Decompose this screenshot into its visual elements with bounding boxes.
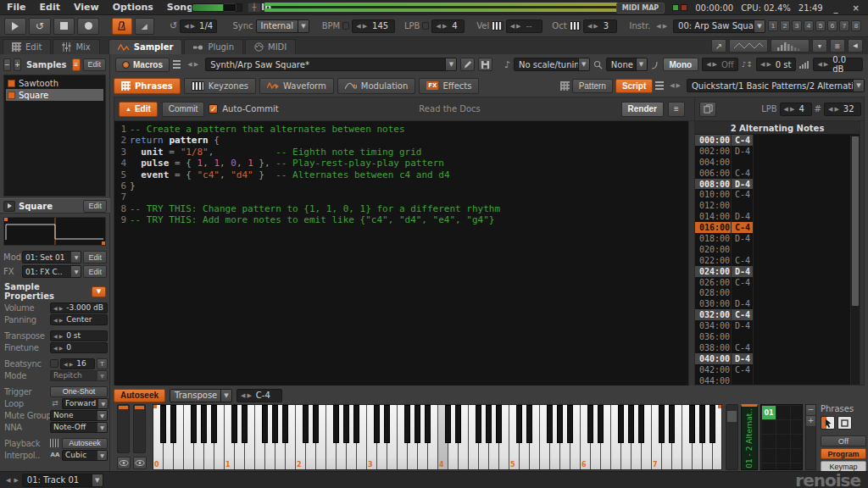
black-key[interactable]	[587, 405, 593, 443]
note-row[interactable]: 038:00C-4	[695, 342, 860, 353]
stepper-left-arrow[interactable]: ◀	[706, 61, 710, 68]
sample-edit-button[interactable]: Edit	[83, 200, 107, 213]
phrase-slot-grid[interactable]: 01	[760, 404, 803, 470]
sample-list-options-button[interactable]: ≡	[72, 58, 81, 71]
stepper-left-arrow[interactable]: ◀	[53, 317, 58, 323]
note-row[interactable]: 028:00	[695, 287, 860, 298]
stepper-left-arrow[interactable]: ◀	[241, 392, 245, 399]
loop-pattern-button[interactable]: ↺	[29, 18, 51, 35]
black-key[interactable]	[496, 405, 502, 443]
stepper-right-arrow[interactable]: ▶	[516, 23, 520, 30]
black-key[interactable]	[191, 405, 197, 443]
record-button[interactable]	[77, 18, 99, 35]
tab-keyzones[interactable]: Keyzones	[184, 78, 256, 94]
black-key[interactable]	[425, 405, 431, 443]
preset-slot-7[interactable]: 7	[839, 20, 849, 31]
note-row[interactable]: 030:00D-4	[695, 298, 860, 309]
sync-select[interactable]: Internal ▼	[256, 19, 309, 33]
phrase-script-button[interactable]: Script	[615, 79, 653, 93]
note-row[interactable]: 020:00	[695, 244, 860, 255]
note-row[interactable]: 032:00C-4	[695, 309, 860, 320]
black-key[interactable]	[211, 405, 217, 443]
octave-keyboard-icon[interactable]	[570, 21, 581, 30]
note-row[interactable]: 026:00C-4	[695, 277, 860, 288]
block-loop-icon[interactable]: ↺	[170, 20, 177, 31]
stepper-right-arrow[interactable]: ▶	[593, 23, 598, 30]
auto-commit-checkbox[interactable]: ✓	[209, 104, 218, 114]
macros-button[interactable]: Macros	[115, 58, 170, 72]
black-key[interactable]	[628, 405, 634, 443]
instrument-name-select[interactable]: Synth/Arp Saw Square* ▼	[205, 58, 457, 71]
note-row[interactable]: 012:00	[695, 200, 860, 211]
chevron-down-icon[interactable]: ▼	[754, 20, 765, 32]
black-key[interactable]	[669, 405, 675, 443]
black-key[interactable]	[445, 405, 451, 443]
black-key[interactable]	[709, 405, 715, 443]
tab-sampler[interactable]: Sampler	[108, 39, 183, 54]
black-key[interactable]	[201, 405, 207, 443]
stepper-left-arrow[interactable]: ◀	[587, 23, 592, 30]
note-row[interactable]: 042:00C-4	[695, 364, 860, 375]
menu-item-view[interactable]: View	[67, 2, 106, 13]
save-instrument-button[interactable]	[478, 58, 492, 71]
black-key[interactable]	[567, 405, 573, 443]
stepper-right-arrow[interactable]: ▶	[713, 61, 717, 68]
bpm-checkbox[interactable]	[342, 22, 349, 30]
black-key[interactable]	[353, 405, 359, 443]
read-the-docs-link[interactable]: Read the Docs	[419, 104, 480, 114]
stepper-right-arrow[interactable]: ▶	[191, 23, 195, 30]
stepper[interactable]: ◀▶Center	[50, 314, 108, 325]
minimize-button[interactable]: _	[831, 3, 842, 13]
loop-select[interactable]: Forward▼	[62, 398, 108, 409]
scroll-down-button[interactable]: +	[806, 416, 815, 427]
phrase-slot-01[interactable]: 01	[762, 406, 776, 419]
chevron-down-icon[interactable]: ▼	[445, 58, 456, 70]
stepper-left-arrow[interactable]: ◀	[187, 61, 192, 68]
remove-sample-button[interactable]: −	[3, 58, 11, 71]
stepper-left-arrow[interactable]: ◀	[436, 23, 440, 30]
chevron-down-icon[interactable]: ▼	[298, 20, 309, 32]
note-row[interactable]: 008:00D-4	[695, 179, 860, 190]
chevron-down-icon[interactable]: ▼	[578, 58, 589, 70]
black-key[interactable]	[282, 405, 288, 443]
tab-modulation[interactable]: Modulation	[337, 78, 416, 94]
preset-slot-4[interactable]: 4	[804, 20, 814, 31]
piano-keyboard[interactable]: 012345678	[153, 404, 722, 470]
instrument-stepper[interactable]: ◀▶	[653, 19, 670, 33]
note-row[interactable]: 018:00D-4	[695, 233, 860, 244]
metronome-button[interactable]	[112, 18, 132, 35]
master-volume-slider[interactable]	[192, 3, 242, 12]
stepper-right-arrow[interactable]: ▶	[59, 333, 64, 339]
lpb-checkbox[interactable]	[422, 22, 429, 30]
slider-handle[interactable]	[727, 411, 737, 422]
black-key[interactable]	[384, 405, 390, 443]
chevron-down-icon[interactable]: ▼	[71, 252, 81, 263]
stepper-right-arrow[interactable]: ▶	[363, 23, 367, 30]
view-toggle-button-2[interactable]	[133, 457, 147, 469]
tab-waveform[interactable]: Waveform	[259, 78, 334, 94]
menu-item-options[interactable]: Options	[106, 2, 160, 13]
midi-map-button[interactable]: MIDI MAP	[616, 3, 665, 14]
stepper-right-arrow[interactable]: ▶	[766, 61, 771, 68]
phrase-lines-stepper[interactable]: ◀▶ 32	[824, 103, 861, 116]
black-key[interactable]	[415, 405, 420, 443]
phrase-lpb-stepper[interactable]: ◀▶ 4	[780, 103, 812, 116]
pattern-follow-button[interactable]: ◢	[135, 18, 154, 35]
black-key[interactable]	[618, 405, 624, 443]
stepper-right-arrow[interactable]: ▶	[247, 392, 251, 399]
stepper-left-arrow[interactable]: ◀	[184, 23, 188, 30]
preset-slot-5[interactable]: 5	[815, 20, 826, 31]
stepper[interactable]: ◀▶0	[50, 342, 108, 353]
note-row[interactable]: 004:00	[695, 157, 860, 168]
black-key[interactable]	[374, 405, 380, 443]
stepper-left-arrow[interactable]: ◀	[53, 345, 58, 351]
stepper-right-arrow[interactable]: ▶	[194, 61, 198, 68]
stepper-left-arrow[interactable]: ◀	[656, 23, 660, 30]
tab-edit[interactable]: Edit	[3, 39, 51, 54]
black-key[interactable]	[333, 405, 339, 443]
stop-button[interactable]	[53, 18, 75, 35]
scrollbar-thumb[interactable]	[852, 136, 859, 306]
stepper-left-arrow[interactable]: ◀	[53, 333, 58, 339]
instrument-name-stepper[interactable]: ◀▶	[184, 58, 202, 71]
preset-slot-2[interactable]: 2	[780, 20, 790, 31]
